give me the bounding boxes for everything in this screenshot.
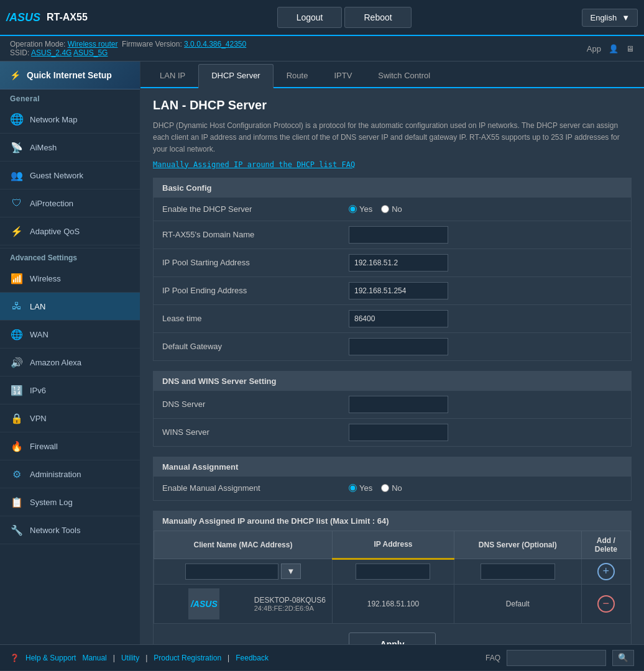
tab-switch-control[interactable]: Switch Control	[365, 64, 443, 87]
language-selector[interactable]: English ▼	[582, 9, 638, 27]
sidebar-label-lan: LAN	[30, 302, 45, 311]
enable-manual-yes-text: Yes	[359, 483, 372, 493]
sidebar-item-amazon-alexa[interactable]: 🔊 Amazon Alexa	[0, 349, 140, 377]
app-label[interactable]: App	[587, 44, 601, 53]
tab-iptv[interactable]: IPTV	[321, 64, 365, 87]
shield-icon: 🛡	[10, 196, 24, 210]
enable-manual-yes-radio[interactable]	[349, 484, 357, 492]
enable-manual-no-label[interactable]: No	[381, 483, 402, 493]
sidebar: ⚡ Quick Internet Setup General 🌐 Network…	[0, 62, 140, 644]
tab-iptv-label: IPTV	[334, 71, 352, 80]
sidebar-item-system-log[interactable]: 📋 System Log	[0, 488, 140, 516]
client-dropdown-button[interactable]: ▼	[281, 564, 300, 579]
sidebar-item-lan[interactable]: 🖧 LAN	[0, 293, 140, 321]
sidebar-item-aiprotection[interactable]: 🛡 AiProtection	[0, 189, 140, 217]
ip-pool-start-control	[349, 254, 622, 272]
feedback-link[interactable]: Feedback	[236, 654, 269, 662]
add-client-input[interactable]	[185, 564, 278, 580]
basic-config-header: Basic Config	[154, 178, 631, 198]
enable-dhcp-yes-label[interactable]: Yes	[349, 204, 372, 214]
sidebar-label-wan: WAN	[30, 330, 48, 339]
admin-icon: ⚙	[10, 467, 24, 481]
tab-lan-ip[interactable]: LAN IP	[147, 64, 198, 87]
globe-icon: 🌐	[10, 112, 24, 126]
vpn-icon: 🔒	[10, 411, 24, 425]
apply-button[interactable]: Apply	[349, 632, 436, 644]
sidebar-item-ipv6[interactable]: 🔢 IPv6	[0, 377, 140, 404]
ip-pool-end-input[interactable]	[349, 282, 448, 299]
tab-switch-control-label: Switch Control	[378, 71, 430, 80]
status-icons: App 👤 🖥	[587, 44, 634, 53]
add-entry-button[interactable]: +	[597, 563, 615, 580]
sidebar-label-firewall: Firewall	[30, 442, 58, 451]
quick-setup-icon: ⚡	[10, 70, 21, 80]
product-reg-link[interactable]: Product Registration	[154, 654, 221, 662]
lease-time-input[interactable]	[349, 310, 448, 327]
col-action-header: Add /Delete	[581, 531, 630, 559]
dhcp-list-table: Client Name (MAC Address) IP Address DNS…	[154, 531, 631, 624]
dns-server-input[interactable]	[349, 396, 448, 413]
sidebar-item-firewall[interactable]: 🔥 Firewall	[0, 432, 140, 460]
sidebar-item-administration[interactable]: ⚙ Administration	[0, 460, 140, 488]
ip-pool-start-row: IP Pool Starting Address	[154, 249, 631, 277]
qos-icon: ⚡	[10, 224, 24, 238]
dns-server-control	[349, 396, 622, 413]
add-ip-input[interactable]	[356, 564, 430, 580]
enable-manual-yes-label[interactable]: Yes	[349, 483, 372, 493]
col-client-header: Client Name (MAC Address)	[154, 531, 333, 559]
default-gw-input[interactable]	[349, 338, 448, 355]
footer-search-button[interactable]: 🔍	[612, 650, 634, 666]
footer-search-input[interactable]	[507, 650, 606, 666]
sidebar-item-guest-network[interactable]: 👥 Guest Network	[0, 162, 140, 189]
remove-entry-button[interactable]: −	[597, 595, 615, 613]
reboot-button[interactable]: Reboot	[344, 7, 411, 28]
wifi-icon: 📶	[10, 272, 24, 285]
enable-dhcp-yes-radio[interactable]	[349, 205, 357, 213]
ip-pool-start-input[interactable]	[349, 254, 448, 272]
logout-button[interactable]: Logout	[277, 7, 343, 28]
add-dns-input[interactable]	[481, 564, 555, 580]
tab-route[interactable]: Route	[274, 64, 321, 87]
op-mode-link[interactable]: Wireless router	[68, 40, 118, 48]
sidebar-item-vpn[interactable]: 🔒 VPN	[0, 404, 140, 432]
quick-setup-button[interactable]: ⚡ Quick Internet Setup	[0, 62, 140, 89]
sidebar-item-wireless[interactable]: 📶 Wireless	[0, 265, 140, 293]
domain-name-label: RT-AX55's Domain Name	[162, 230, 349, 239]
advanced-section-label: Advanced Settings	[0, 248, 140, 265]
dhcp-list-section: Manually Assigned IP around the DHCP lis…	[153, 511, 632, 644]
enable-dhcp-radio-group: Yes No	[349, 204, 402, 214]
monitor-icon[interactable]: 🖥	[626, 44, 634, 53]
tab-dhcp-server[interactable]: DHCP Server	[198, 64, 274, 88]
wins-server-input[interactable]	[349, 424, 448, 441]
wan-icon: 🌐	[10, 327, 24, 341]
domain-name-input[interactable]	[349, 226, 448, 244]
ssid2-link[interactable]: ASUS_5G	[73, 48, 108, 57]
asus-logo: /ASUS	[6, 11, 40, 24]
general-section-label: General	[0, 89, 140, 106]
user-icon[interactable]: 👤	[609, 44, 619, 53]
sidebar-item-network-tools[interactable]: 🔧 Network Tools	[0, 516, 140, 544]
lease-time-row: Lease time	[154, 305, 631, 333]
firmware-link[interactable]: 3.0.0.4.386_42350	[184, 40, 246, 48]
utility-link[interactable]: Utility	[121, 654, 139, 662]
ssid1-link[interactable]: ASUS_2.4G	[31, 48, 71, 57]
help-support-link[interactable]: Help & Support	[25, 654, 76, 662]
device-icon: /ASUS	[188, 588, 219, 619]
enable-manual-row: Enable Manual Assignment Yes No	[154, 477, 631, 500]
default-gw-label: Default Gateway	[162, 342, 349, 351]
enable-manual-no-radio[interactable]	[381, 484, 389, 492]
log-icon: 📋	[10, 495, 24, 509]
device-ip: 192.168.51.100	[367, 600, 419, 608]
sidebar-item-adaptive-qos[interactable]: ⚡ Adaptive QoS	[0, 217, 140, 245]
enable-dhcp-no-label[interactable]: No	[381, 204, 402, 214]
manual-link[interactable]: Manual	[82, 654, 106, 662]
sidebar-item-network-map[interactable]: 🌐 Network Map	[0, 106, 140, 134]
faq-link[interactable]: Manually Assigned IP around the DHCP lis…	[153, 160, 355, 169]
mesh-icon: 📡	[10, 140, 24, 154]
tools-icon: 🔧	[10, 523, 24, 537]
tab-route-label: Route	[287, 71, 308, 80]
sidebar-item-wan[interactable]: 🌐 WAN	[0, 321, 140, 349]
enable-dhcp-row: Enable the DHCP Server Yes No	[154, 198, 631, 221]
enable-dhcp-no-radio[interactable]	[381, 205, 389, 213]
sidebar-item-aimesh[interactable]: 📡 AiMesh	[0, 134, 140, 162]
